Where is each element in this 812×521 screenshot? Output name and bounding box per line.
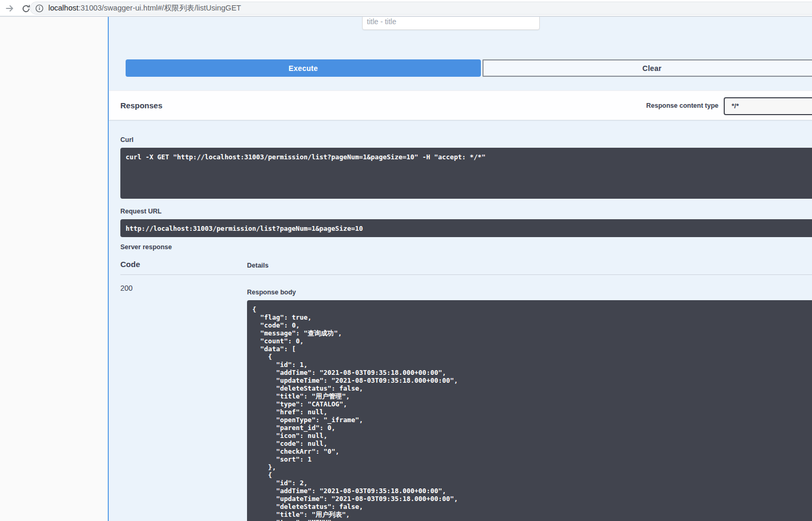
- reload-icon: [22, 4, 30, 13]
- url-text: localhost:31003/swagger-ui.html#/权限列表/li…: [48, 3, 241, 13]
- details-column-header: Details: [247, 262, 269, 269]
- reload-button[interactable]: [20, 3, 31, 14]
- request-url-label: Request URL: [120, 208, 161, 215]
- browser-toolbar: localhost:31003/swagger-ui.html#/权限列表/li…: [0, 0, 812, 17]
- response-body: { "flag": true, "code": 0, "message": "查…: [247, 300, 812, 521]
- left-gutter: [0, 17, 108, 521]
- table-divider: [120, 274, 812, 275]
- request-url-value: http://localhost:31003/permission/list?p…: [120, 219, 812, 237]
- response-body-label: Response body: [247, 289, 296, 296]
- url-bar[interactable]: localhost:31003/swagger-ui.html#/权限列表/li…: [30, 2, 812, 15]
- url-path: :31003/swagger-ui.html#/权限列表/listUsingGE…: [78, 4, 241, 12]
- code-column-header: Code: [120, 260, 140, 269]
- forward-icon: [5, 4, 14, 13]
- responses-title: Responses: [120, 101, 162, 110]
- screen: localhost:31003/swagger-ui.html#/权限列表/li…: [0, 0, 812, 521]
- url-host: localhost: [48, 4, 78, 12]
- clear-button[interactable]: Clear: [482, 59, 812, 77]
- opblock-get: Execute Clear Responses Response content…: [108, 17, 812, 521]
- curl-command: curl -X GET "http://localhost:31003/perm…: [120, 148, 812, 199]
- status-code: 200: [120, 284, 132, 292]
- execute-button[interactable]: Execute: [126, 59, 481, 77]
- server-response-label: Server response: [120, 243, 172, 251]
- response-content-type-label: Response content type: [629, 102, 718, 109]
- site-info-button[interactable]: [35, 4, 44, 13]
- response-content-type-value: */*: [725, 98, 739, 114]
- curl-label: Curl: [120, 136, 133, 144]
- responses-section-header: Responses Response content type */*: [109, 90, 812, 120]
- response-content-type-select[interactable]: */*: [724, 97, 812, 115]
- info-icon: [35, 4, 44, 13]
- forward-button[interactable]: [4, 3, 15, 14]
